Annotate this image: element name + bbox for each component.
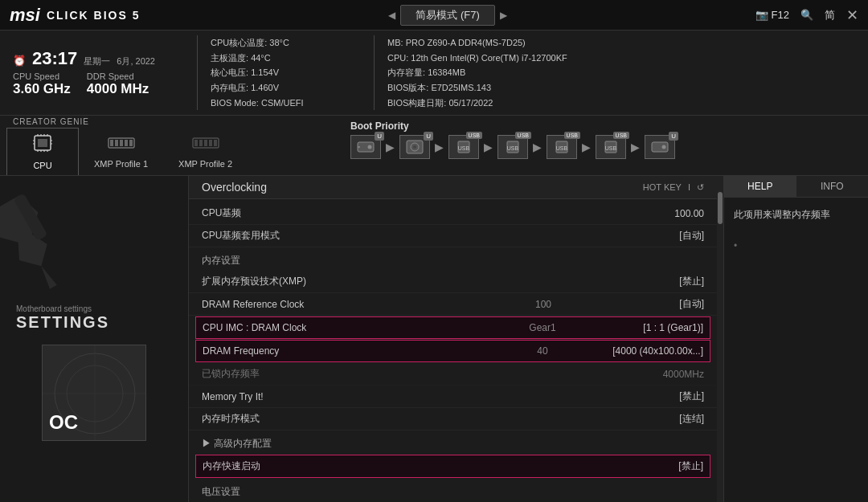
cpu-speed-value: 3.60 GHz bbox=[13, 81, 71, 96]
bios-ver-value: E7D25IMS.143 bbox=[431, 83, 491, 92]
profile-tabs: CPU XMP Profile 1 bbox=[0, 128, 338, 175]
info-mid: CPU核心温度: 38°C 主板温度: 44°C 核心电压: 1.154V 内存… bbox=[198, 35, 375, 110]
setting-name-8: Memory Try It! bbox=[202, 391, 511, 402]
close-button[interactable]: ✕ bbox=[846, 6, 858, 24]
msi-logo-text: msi bbox=[10, 5, 40, 26]
svg-rect-23 bbox=[204, 140, 207, 146]
top-bar: msi CLICK BIOS 5 ◀ 简易模式 (F7) ▶ 📷 F12 🔍 简… bbox=[0, 0, 868, 31]
boot-arrow-5: ▶ bbox=[631, 141, 640, 153]
setting-row-9[interactable]: 内存时序模式[连结] bbox=[189, 408, 717, 431]
setting-value-11: [禁止] bbox=[575, 459, 703, 473]
help-info-tabs: HELP INFO bbox=[724, 176, 868, 198]
mem-voltage-value: 1.460V bbox=[251, 83, 279, 92]
bios-mode-label: BIOS Mode: bbox=[211, 98, 259, 108]
setting-value-8: [禁止] bbox=[575, 390, 704, 403]
boot-arrow-4: ▶ bbox=[582, 141, 591, 153]
boot-device-4[interactable]: USB USB bbox=[547, 135, 577, 159]
tab-cpu[interactable]: CPU bbox=[6, 128, 79, 175]
cpu-temp-value: 38°C bbox=[269, 38, 289, 47]
svg-text:USB: USB bbox=[458, 145, 470, 151]
time-row: ⏰ 23:17 星期一 6月, 2022 bbox=[13, 48, 186, 69]
setting-value-7: 4000MHz bbox=[575, 369, 704, 380]
bios-mode-value: CSM/UEFI bbox=[261, 98, 304, 108]
setting-row-7[interactable]: 已锁内存频率4000MHz bbox=[189, 363, 717, 386]
camera-icon[interactable]: 📷 F12 bbox=[755, 9, 789, 21]
setting-name-1: CPU基频套用模式 bbox=[202, 229, 511, 243]
xmp1-tab-icon bbox=[108, 135, 135, 156]
setting-value-3: [禁止] bbox=[575, 275, 704, 288]
section-header-2: 内存设置 bbox=[189, 247, 717, 271]
setting-name-11: 内存快速启动 bbox=[203, 459, 510, 473]
setting-name-7: 已锁内存频率 bbox=[202, 367, 511, 381]
creator-label: CREATOR GENIE bbox=[0, 116, 338, 128]
setting-mid-6: 40 bbox=[510, 345, 575, 357]
mem-voltage-row: 内存电压: 1.460V bbox=[211, 80, 361, 96]
setting-row-1[interactable]: CPU基频套用模式[自动] bbox=[189, 225, 717, 247]
setting-name-9: 内存时序模式 bbox=[202, 412, 511, 426]
svg-rect-22 bbox=[199, 140, 203, 146]
mem-row: 内存容量: 16384MB bbox=[387, 65, 855, 80]
setting-row-3[interactable]: 扩展内存预设技术(XMP)[禁止] bbox=[189, 271, 717, 293]
oc-header-right: HOT KEY I ↺ bbox=[643, 182, 704, 193]
boot-device-3[interactable]: USB USB bbox=[497, 135, 528, 159]
search-icon[interactable]: 🔍 bbox=[800, 9, 813, 21]
boot-device-usb2-icon: USB USB bbox=[497, 135, 528, 159]
boot-arrow-0: ▶ bbox=[386, 141, 395, 153]
mb-row: MB: PRO Z690-A DDR4(MS-7D25) bbox=[387, 35, 855, 51]
main-content: Motherboard settings SETTINGS OC Overclo… bbox=[0, 176, 868, 502]
mem-value: 16384MB bbox=[428, 67, 465, 77]
mb-temp-label: 主板温度: bbox=[211, 53, 248, 63]
mode-badge[interactable]: 简易模式 (F7) bbox=[400, 5, 494, 26]
mb-temp-row: 主板温度: 44°C bbox=[211, 51, 361, 66]
scrollbar[interactable] bbox=[717, 176, 723, 502]
boot-device-6[interactable]: U bbox=[645, 135, 675, 159]
mb-label: MB: bbox=[387, 38, 403, 47]
boot-device-2[interactable]: USB USB bbox=[448, 135, 479, 159]
date-display: 6月, 2022 bbox=[117, 55, 155, 67]
ddr-speed-label: DDR Speed bbox=[87, 71, 149, 81]
svg-rect-16 bbox=[115, 140, 118, 146]
svg-rect-17 bbox=[120, 140, 123, 146]
setting-row-8[interactable]: Memory Try It![禁止] bbox=[189, 386, 717, 408]
setting-mid-4: 100 bbox=[511, 299, 575, 310]
boot-device-0[interactable]: U bbox=[350, 135, 381, 159]
mem-voltage-label: 内存电压: bbox=[211, 83, 248, 92]
boot-device-hdd-icon: U bbox=[350, 135, 381, 159]
tab-xmp1[interactable]: XMP Profile 1 bbox=[79, 128, 163, 175]
creator-tabs-side: CREATOR GENIE bbox=[0, 116, 338, 175]
boot-device-usb1-icon: USB USB bbox=[448, 135, 479, 159]
setting-name-5: CPU IMC : DRAM Clock bbox=[203, 322, 510, 333]
time-display: 23:17 bbox=[32, 48, 77, 69]
bios-ver-label: BIOS版本: bbox=[387, 83, 428, 92]
bios-date-row: BIOS构建日期: 05/17/2022 bbox=[387, 96, 855, 111]
tab-info[interactable]: INFO bbox=[796, 176, 869, 197]
svg-text:USB: USB bbox=[507, 145, 519, 151]
back-icon[interactable]: ↺ bbox=[697, 182, 704, 193]
ddr-speed-item: DDR Speed 4000 MHz bbox=[87, 71, 149, 97]
setting-row-11[interactable]: 内存快速启动[禁止] bbox=[195, 455, 710, 478]
left-sidebar: Motherboard settings SETTINGS OC bbox=[0, 176, 189, 502]
svg-rect-25 bbox=[214, 140, 217, 146]
creator-area: CREATOR GENIE bbox=[0, 116, 868, 176]
setting-row-5[interactable]: CPU IMC : DRAM ClockGear1[1 : 1 (Gear1)] bbox=[195, 316, 710, 339]
setting-row-0[interactable]: CPU基频100.00 bbox=[189, 202, 717, 225]
section-header-10: ▶ 高级内存配置 bbox=[189, 431, 717, 454]
weekday-display: 星期一 bbox=[84, 55, 110, 67]
boot-device-1[interactable]: U bbox=[399, 135, 430, 159]
scrollbar-thumb[interactable] bbox=[718, 192, 723, 224]
speed-row: CPU Speed 3.60 GHz DDR Speed 4000 MHz bbox=[13, 71, 186, 97]
setting-row-4[interactable]: DRAM Reference Clock100[自动] bbox=[189, 293, 717, 316]
boot-device-5[interactable]: USB USB bbox=[596, 135, 626, 159]
core-voltage-row: 核心电压: 1.154V bbox=[211, 65, 361, 80]
tab-help[interactable]: HELP bbox=[724, 176, 796, 197]
setting-row-6[interactable]: DRAM Frequency40[4000 (40x100.00x...] bbox=[195, 340, 710, 362]
tab-xmp2[interactable]: XMP Profile 2 bbox=[163, 128, 248, 175]
setting-value-1: [自动] bbox=[575, 229, 704, 243]
setting-value-9: [连结] bbox=[575, 412, 704, 426]
lang-icon[interactable]: 简 bbox=[825, 8, 835, 22]
cpu-row: CPU: 12th Gen Intel(R) Core(TM) i7-12700… bbox=[387, 51, 855, 66]
oc-box[interactable]: OC bbox=[42, 345, 146, 441]
mem-label: 内存容量: bbox=[387, 67, 425, 77]
ddr-speed-value: 4000 MHz bbox=[87, 81, 149, 96]
cpu-label: CPU: bbox=[387, 53, 408, 63]
